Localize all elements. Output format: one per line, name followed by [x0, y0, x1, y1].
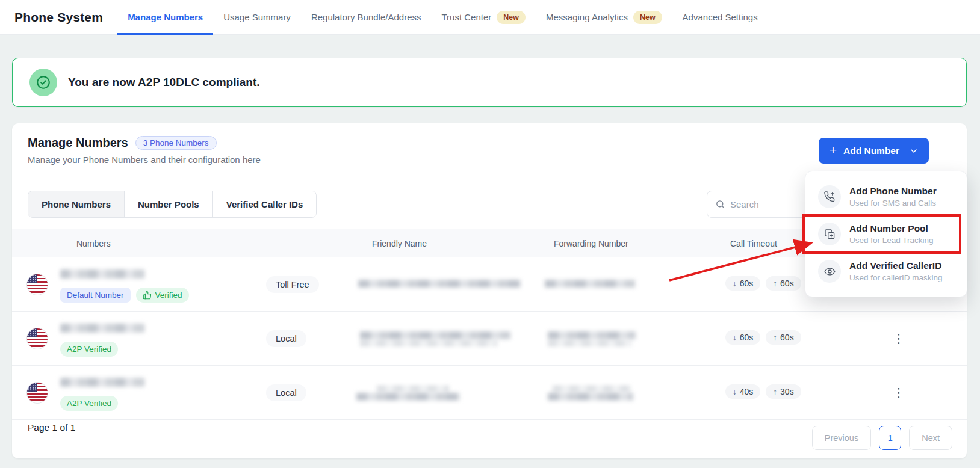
- search-icon: [715, 199, 725, 209]
- nav-tab-manage-numbers[interactable]: Manage Numbers: [117, 0, 213, 35]
- redacted-forwarding-number: [545, 280, 635, 288]
- tab-number-pools[interactable]: Number Pools: [124, 191, 212, 217]
- number-type-badge: Local: [266, 330, 306, 347]
- number-pool-icon: [818, 223, 841, 245]
- nav-tab-advanced-settings[interactable]: Advanced Settings: [672, 0, 768, 35]
- nav-tab-trust-center[interactable]: Trust CenterNew: [431, 0, 536, 35]
- nav-tab-regulatory-bundle[interactable]: Regulatory Bundle/Address: [301, 0, 432, 35]
- redacted-phone-number: [60, 324, 144, 333]
- redacted-friendly-name: [360, 331, 510, 339]
- arrow-down-icon: ↓: [733, 333, 737, 342]
- outgoing-timeout-badge: ↑30s: [766, 384, 801, 399]
- arrow-up-icon: ↑: [773, 279, 777, 288]
- incoming-timeout-badge: ↓60s: [725, 276, 760, 291]
- redacted-forwarding-number: [548, 331, 636, 339]
- new-badge: New: [633, 11, 662, 24]
- page-title: Manage Numbers: [28, 136, 128, 150]
- col-friendly-name: Friendly Name: [372, 229, 427, 257]
- table-row: A2P Verified Local ↓60s ↑60s ⋮: [12, 312, 967, 366]
- number-type-badge: Local: [266, 384, 306, 401]
- redacted-phone-number: [60, 378, 144, 387]
- number-type-badge: Toll Free: [266, 276, 319, 293]
- incoming-timeout-badge: ↓60s: [725, 330, 760, 345]
- redacted-friendly-name: [356, 393, 460, 401]
- app-title: Phone System: [14, 10, 103, 25]
- us-flag-icon: [26, 382, 48, 404]
- redacted-friendly-name: [377, 386, 449, 392]
- redacted-phone-number: [60, 269, 144, 279]
- eye-icon: [818, 260, 841, 283]
- a2p-verified-badge: A2P Verified: [60, 342, 118, 357]
- add-number-dropdown: Add Phone Number Used for SMS and Calls …: [805, 171, 967, 297]
- redacted-friendly-name: [358, 280, 521, 288]
- plus-icon: +: [830, 144, 837, 156]
- col-forwarding-number: Forwarding Number: [554, 229, 628, 257]
- menu-item-add-verified-callerid[interactable]: Add Verified CallerID Used for callerID …: [805, 253, 967, 290]
- outgoing-timeout-badge: ↑60s: [766, 330, 801, 345]
- us-flag-icon: [26, 328, 48, 349]
- menu-item-add-number-pool[interactable]: Add Number Pool Used for Lead Tracking: [805, 215, 967, 253]
- menu-item-add-phone-number[interactable]: Add Phone Number Used for SMS and Calls: [805, 178, 967, 215]
- top-bar: Phone System Manage Numbers Usage Summar…: [0, 0, 980, 35]
- redacted-forwarding-number: [553, 386, 631, 392]
- pagination: Previous 1 Next: [812, 426, 952, 450]
- tab-phone-numbers[interactable]: Phone Numbers: [28, 191, 124, 217]
- default-number-badge: Default Number: [60, 288, 131, 303]
- arrow-down-icon: ↓: [733, 279, 737, 288]
- page-subtitle: Manage your Phone Numbers and their conf…: [28, 155, 261, 165]
- table-row: A2P Verified Local ↓40s ↑30s ⋮: [12, 366, 967, 420]
- kebab-menu-icon[interactable]: ⋮: [892, 329, 905, 348]
- compliance-banner: You are now A2P 10DLC compliant.: [12, 58, 967, 107]
- page-1-button[interactable]: 1: [879, 426, 901, 450]
- phone-plus-icon: [818, 185, 841, 208]
- verified-badge: Verified: [136, 288, 189, 303]
- arrow-up-icon: ↑: [773, 333, 777, 342]
- main-nav: Manage Numbers Usage Summary Regulatory …: [117, 0, 768, 35]
- nav-tab-messaging-analytics[interactable]: Messaging AnalyticsNew: [536, 0, 672, 35]
- col-call-timeout: Call Timeout: [730, 229, 777, 257]
- new-badge: New: [497, 11, 526, 24]
- redacted-forwarding-number: [548, 393, 633, 401]
- next-button[interactable]: Next: [909, 426, 952, 450]
- check-seal-icon: [29, 69, 57, 96]
- add-number-button[interactable]: + Add Number: [819, 138, 929, 164]
- previous-button[interactable]: Previous: [812, 426, 871, 450]
- arrow-up-icon: ↑: [773, 387, 777, 396]
- a2p-verified-badge: A2P Verified: [60, 396, 118, 411]
- thumbs-up-icon: [143, 291, 152, 300]
- list-tabs: Phone Numbers Number Pools Verified Call…: [28, 191, 317, 218]
- arrow-down-icon: ↓: [733, 387, 737, 396]
- incoming-timeout-badge: ↓40s: [725, 384, 760, 399]
- compliance-message: You are now A2P 10DLC compliant.: [68, 76, 260, 89]
- chevron-down-icon: [910, 147, 918, 155]
- nav-tab-usage-summary[interactable]: Usage Summary: [213, 0, 301, 35]
- tab-verified-caller-ids[interactable]: Verified Caller IDs: [212, 191, 317, 217]
- phone-count-badge: 3 Phone Numbers: [135, 136, 217, 150]
- col-numbers: Numbers: [76, 229, 111, 257]
- page-status: Page 1 of 1: [28, 422, 75, 433]
- redacted-friendly-name: [360, 340, 497, 346]
- redacted-forwarding-number: [548, 340, 632, 346]
- us-flag-icon: [26, 274, 48, 295]
- kebab-menu-icon[interactable]: ⋮: [892, 383, 905, 402]
- outgoing-timeout-badge: ↑60s: [766, 276, 801, 291]
